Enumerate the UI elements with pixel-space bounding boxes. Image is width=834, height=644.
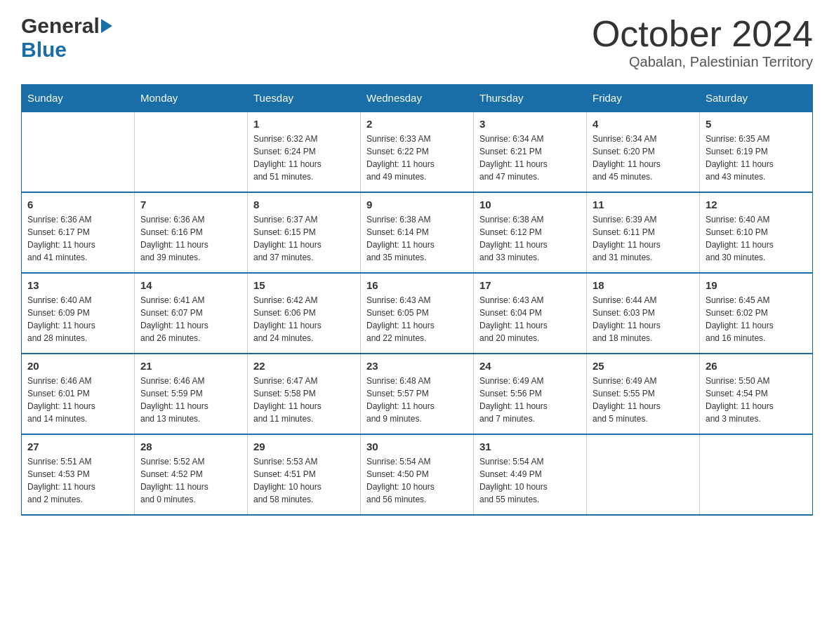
day-info: Sunrise: 6:46 AM Sunset: 5:59 PM Dayligh… [140, 375, 241, 425]
day-number: 17 [479, 279, 581, 291]
day-number: 12 [706, 199, 807, 210]
day-header-sunday: Sunday [22, 85, 135, 112]
calendar-cell: 3Sunrise: 6:34 AM Sunset: 6:21 PM Daylig… [474, 112, 587, 192]
day-info: Sunrise: 6:42 AM Sunset: 6:06 PM Dayligh… [253, 294, 355, 344]
day-info: Sunrise: 6:48 AM Sunset: 5:57 PM Dayligh… [366, 375, 468, 425]
day-number: 7 [140, 199, 241, 210]
week-row-5: 27Sunrise: 5:51 AM Sunset: 4:53 PM Dayli… [22, 434, 813, 515]
day-info: Sunrise: 6:33 AM Sunset: 6:22 PM Dayligh… [366, 133, 468, 183]
day-number: 11 [593, 199, 694, 210]
day-info: Sunrise: 6:45 AM Sunset: 6:02 PM Dayligh… [706, 294, 807, 344]
day-info: Sunrise: 6:43 AM Sunset: 6:05 PM Dayligh… [366, 294, 468, 344]
day-info: Sunrise: 6:43 AM Sunset: 6:04 PM Dayligh… [479, 294, 581, 344]
calendar-cell [22, 112, 135, 192]
calendar-cell: 17Sunrise: 6:43 AM Sunset: 6:04 PM Dayli… [474, 273, 587, 354]
calendar-cell: 4Sunrise: 6:34 AM Sunset: 6:20 PM Daylig… [587, 112, 700, 192]
day-info: Sunrise: 6:44 AM Sunset: 6:03 PM Dayligh… [593, 294, 694, 344]
calendar-cell [700, 434, 813, 515]
calendar-cell: 6Sunrise: 6:36 AM Sunset: 6:17 PM Daylig… [22, 192, 135, 273]
day-info: Sunrise: 6:39 AM Sunset: 6:11 PM Dayligh… [593, 213, 694, 264]
day-number: 1 [253, 118, 355, 130]
day-info: Sunrise: 6:37 AM Sunset: 6:15 PM Dayligh… [253, 213, 355, 264]
calendar-cell: 24Sunrise: 6:49 AM Sunset: 5:56 PM Dayli… [474, 354, 587, 434]
calendar-cell: 21Sunrise: 6:46 AM Sunset: 5:59 PM Dayli… [135, 354, 248, 434]
day-number: 26 [706, 360, 807, 372]
calendar-cell: 19Sunrise: 6:45 AM Sunset: 6:02 PM Dayli… [700, 273, 813, 354]
logo: General Blue [21, 14, 112, 62]
day-info: Sunrise: 5:50 AM Sunset: 4:54 PM Dayligh… [706, 375, 807, 425]
calendar-table: SundayMondayTuesdayWednesdayThursdayFrid… [21, 84, 813, 516]
week-row-3: 13Sunrise: 6:40 AM Sunset: 6:09 PM Dayli… [22, 273, 813, 354]
calendar-cell: 8Sunrise: 6:37 AM Sunset: 6:15 PM Daylig… [248, 192, 361, 273]
day-info: Sunrise: 6:34 AM Sunset: 6:20 PM Dayligh… [593, 133, 694, 183]
day-info: Sunrise: 6:32 AM Sunset: 6:24 PM Dayligh… [253, 133, 355, 183]
calendar-cell: 18Sunrise: 6:44 AM Sunset: 6:03 PM Dayli… [587, 273, 700, 354]
day-number: 20 [27, 360, 128, 372]
calendar-cell [587, 434, 700, 515]
day-info: Sunrise: 5:52 AM Sunset: 4:52 PM Dayligh… [140, 455, 241, 506]
title-block: October 2024 Qabalan, Palestinian Territ… [592, 14, 813, 70]
day-number: 21 [140, 360, 241, 372]
day-number: 19 [706, 279, 807, 291]
day-info: Sunrise: 6:36 AM Sunset: 6:17 PM Dayligh… [27, 213, 128, 264]
calendar-cell: 5Sunrise: 6:35 AM Sunset: 6:19 PM Daylig… [700, 112, 813, 192]
day-header-saturday: Saturday [700, 85, 813, 112]
day-info: Sunrise: 5:54 AM Sunset: 4:49 PM Dayligh… [479, 455, 581, 506]
calendar-cell: 7Sunrise: 6:36 AM Sunset: 6:16 PM Daylig… [135, 192, 248, 273]
day-number: 2 [366, 118, 468, 130]
day-number: 25 [593, 360, 694, 372]
day-header-monday: Monday [135, 85, 248, 112]
day-number: 30 [366, 441, 468, 452]
logo-arrow-icon [101, 19, 112, 33]
calendar-cell: 20Sunrise: 6:46 AM Sunset: 6:01 PM Dayli… [22, 354, 135, 434]
calendar-cell [135, 112, 248, 192]
logo-blue-text: Blue [21, 38, 67, 61]
day-header-tuesday: Tuesday [248, 85, 361, 112]
day-number: 15 [253, 279, 355, 291]
calendar-cell: 1Sunrise: 6:32 AM Sunset: 6:24 PM Daylig… [248, 112, 361, 192]
calendar-cell: 12Sunrise: 6:40 AM Sunset: 6:10 PM Dayli… [700, 192, 813, 273]
day-info: Sunrise: 6:38 AM Sunset: 6:14 PM Dayligh… [366, 213, 468, 264]
calendar-cell: 13Sunrise: 6:40 AM Sunset: 6:09 PM Dayli… [22, 273, 135, 354]
calendar-cell: 29Sunrise: 5:53 AM Sunset: 4:51 PM Dayli… [248, 434, 361, 515]
day-info: Sunrise: 6:47 AM Sunset: 5:58 PM Dayligh… [253, 375, 355, 425]
calendar-cell: 11Sunrise: 6:39 AM Sunset: 6:11 PM Dayli… [587, 192, 700, 273]
day-info: Sunrise: 6:49 AM Sunset: 5:55 PM Dayligh… [593, 375, 694, 425]
day-number: 22 [253, 360, 355, 372]
day-header-thursday: Thursday [474, 85, 587, 112]
calendar-cell: 23Sunrise: 6:48 AM Sunset: 5:57 PM Dayli… [361, 354, 474, 434]
calendar-cell: 15Sunrise: 6:42 AM Sunset: 6:06 PM Dayli… [248, 273, 361, 354]
week-row-4: 20Sunrise: 6:46 AM Sunset: 6:01 PM Dayli… [22, 354, 813, 434]
calendar-cell: 10Sunrise: 6:38 AM Sunset: 6:12 PM Dayli… [474, 192, 587, 273]
page-header: General Blue October 2024 Qabalan, Pales… [21, 14, 813, 70]
day-info: Sunrise: 6:35 AM Sunset: 6:19 PM Dayligh… [706, 133, 807, 183]
calendar-cell: 16Sunrise: 6:43 AM Sunset: 6:05 PM Dayli… [361, 273, 474, 354]
calendar-cell: 9Sunrise: 6:38 AM Sunset: 6:14 PM Daylig… [361, 192, 474, 273]
day-number: 31 [479, 441, 581, 452]
day-number: 16 [366, 279, 468, 291]
day-info: Sunrise: 5:53 AM Sunset: 4:51 PM Dayligh… [253, 455, 355, 506]
day-info: Sunrise: 6:40 AM Sunset: 6:10 PM Dayligh… [706, 213, 807, 264]
day-info: Sunrise: 6:34 AM Sunset: 6:21 PM Dayligh… [479, 133, 581, 183]
week-row-1: 1Sunrise: 6:32 AM Sunset: 6:24 PM Daylig… [22, 112, 813, 192]
day-number: 24 [479, 360, 581, 372]
day-number: 28 [140, 441, 241, 452]
day-header-wednesday: Wednesday [361, 85, 474, 112]
day-header-friday: Friday [587, 85, 700, 112]
calendar-cell: 28Sunrise: 5:52 AM Sunset: 4:52 PM Dayli… [135, 434, 248, 515]
calendar-cell: 27Sunrise: 5:51 AM Sunset: 4:53 PM Dayli… [22, 434, 135, 515]
header-row: SundayMondayTuesdayWednesdayThursdayFrid… [22, 85, 813, 112]
day-info: Sunrise: 6:36 AM Sunset: 6:16 PM Dayligh… [140, 213, 241, 264]
calendar-cell: 26Sunrise: 5:50 AM Sunset: 4:54 PM Dayli… [700, 354, 813, 434]
day-info: Sunrise: 6:38 AM Sunset: 6:12 PM Dayligh… [479, 213, 581, 264]
day-number: 3 [479, 118, 581, 130]
week-row-2: 6Sunrise: 6:36 AM Sunset: 6:17 PM Daylig… [22, 192, 813, 273]
day-number: 23 [366, 360, 468, 372]
day-number: 27 [27, 441, 128, 452]
day-number: 4 [593, 118, 694, 130]
calendar-cell: 30Sunrise: 5:54 AM Sunset: 4:50 PM Dayli… [361, 434, 474, 515]
calendar-cell: 31Sunrise: 5:54 AM Sunset: 4:49 PM Dayli… [474, 434, 587, 515]
calendar-cell: 25Sunrise: 6:49 AM Sunset: 5:55 PM Dayli… [587, 354, 700, 434]
calendar-cell: 2Sunrise: 6:33 AM Sunset: 6:22 PM Daylig… [361, 112, 474, 192]
day-number: 10 [479, 199, 581, 210]
